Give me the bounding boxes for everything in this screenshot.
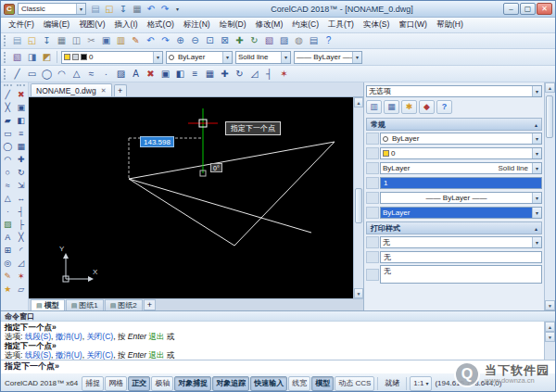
prop-color-combo[interactable]: ByLayer ▾ [380, 133, 542, 145]
scale-tool-icon[interactable]: ⇲ [15, 180, 27, 192]
linetype-combo[interactable]: Solid line ▾ [235, 51, 291, 64]
print-preview-icon[interactable]: ◫ [70, 34, 83, 47]
section-general[interactable]: 常规 ▴ [366, 118, 542, 131]
sheet-tab[interactable]: ▤图纸1 [66, 299, 104, 310]
rectangle-icon[interactable]: ▭ [25, 68, 39, 81]
menu-item[interactable]: 绘制(D) [215, 18, 251, 32]
offset-tool-icon[interactable]: ≡ [15, 128, 27, 140]
break-tool-icon[interactable]: ╳ [15, 232, 27, 244]
status-toggle[interactable]: 模型 [311, 376, 334, 391]
prop-linetype-combo[interactable]: ByLayer Solid line ▾ [380, 162, 542, 174]
status-toggle[interactable]: 对象捕捉 [174, 376, 211, 391]
status-toggle[interactable]: 快速输入 [250, 376, 287, 391]
point-tool-icon[interactable]: ∙ [2, 206, 14, 218]
add-sheet-button[interactable]: + [144, 299, 156, 310]
format-painter-icon[interactable]: ✎ [129, 34, 143, 47]
close-icon[interactable]: ✕ [101, 87, 107, 95]
scale-button[interactable]: 1:1▾ [410, 376, 432, 391]
print-icon[interactable]: ▦ [55, 34, 69, 47]
palette-options-icon[interactable]: ◆ [419, 100, 435, 114]
scrollbar-thumb[interactable] [355, 188, 362, 223]
hatch-icon[interactable]: ▨ [277, 34, 291, 47]
scroll-down-icon[interactable]: ▼ [545, 300, 555, 310]
circle-tool-icon[interactable]: ◯ [2, 141, 14, 153]
mirror-tool-icon[interactable]: ◧ [15, 115, 27, 127]
layer-preview-icon[interactable]: ◩ [40, 51, 54, 64]
print-table-field[interactable]: 无 [380, 251, 542, 263]
menu-item[interactable]: 窗口(W) [394, 18, 432, 32]
rotate-tool-icon[interactable]: ↻ [15, 167, 27, 179]
sheet-tab[interactable]: ▤模型 [31, 299, 65, 310]
print-area-field[interactable]: 无 [380, 265, 542, 284]
arc-tool-icon[interactable]: ◠ [2, 154, 14, 166]
option-close-link[interactable]: 关闭(C) [86, 332, 113, 341]
tab-noname0[interactable]: NONAME_0.dwg ✕ [31, 83, 112, 96]
option-undo-link[interactable]: 撤消(U) [56, 332, 82, 341]
status-toggle[interactable]: 线宽 [288, 376, 310, 391]
chamfer-icon[interactable]: ◿ [247, 68, 261, 81]
spline-icon[interactable]: ≈ [84, 68, 98, 81]
text-icon[interactable]: A [129, 68, 143, 81]
fillet-tool-icon[interactable]: ◜ [15, 245, 27, 257]
spline-tool-icon[interactable]: ≈ [2, 180, 14, 192]
scroll-down-icon[interactable]: ▼ [354, 288, 363, 298]
ellipse-tool-icon[interactable]: ○ [2, 167, 14, 179]
prop-layer-combo[interactable]: 0 ▾ [380, 147, 542, 159]
sketch-tool-icon[interactable]: ✎ [2, 271, 14, 283]
text-tool-icon[interactable]: A [2, 232, 14, 244]
scroll-up-icon[interactable]: ▲ [545, 322, 555, 332]
section-print-style[interactable]: 打印样式 ▴ [366, 221, 542, 234]
array-tool-icon[interactable]: ▦ [15, 141, 27, 153]
scroll-down-icon[interactable]: ▼ [545, 332, 555, 342]
mirror-icon[interactable]: ◧ [173, 68, 187, 81]
hatch-tool-icon[interactable]: ▨ [2, 219, 14, 231]
toolbar-grip[interactable] [4, 52, 6, 63]
toolbar-grip[interactable] [4, 35, 6, 46]
drawing-canvas[interactable]: Y X 指定下一个点 143.598 0° ▲ ▼ [29, 97, 363, 298]
regenerate-icon[interactable]: ↻ [247, 34, 261, 47]
dynamic-input-field[interactable]: 143.598 [140, 136, 174, 147]
zoom-fit-icon[interactable]: ⊠ [218, 34, 232, 47]
stretch-tool-icon[interactable]: ↔ [15, 193, 27, 205]
quick-select-icon[interactable]: ▥ [366, 100, 382, 114]
layers-icon[interactable]: ▧ [262, 34, 276, 47]
table-tool-icon[interactable]: ⊞ [2, 245, 14, 257]
menu-item[interactable]: 文件(F) [4, 18, 39, 32]
help-icon[interactable]: ? [436, 100, 452, 114]
arc-icon[interactable]: ◠ [55, 68, 69, 81]
palette-scrollbar[interactable]: ▲ ▼ [544, 82, 555, 310]
lineweight-combo[interactable]: —— ByLayer —— ▾ [294, 51, 362, 64]
polygon-tool-icon[interactable]: △ [2, 193, 14, 205]
open-file-icon[interactable]: ◱ [25, 34, 39, 47]
extend-tool-icon[interactable]: ├ [15, 219, 27, 231]
menu-item[interactable]: 视图(V) [74, 18, 109, 32]
undo-icon[interactable]: ↶ [145, 3, 158, 16]
copy-tool-icon[interactable]: ▣ [15, 102, 27, 114]
point-icon[interactable]: ∙ [99, 68, 113, 81]
explode-icon[interactable]: ✶ [277, 68, 291, 81]
status-toggle[interactable]: 动态 CCS [335, 376, 374, 391]
line-tool-icon[interactable]: ╱ [2, 89, 14, 101]
copy-tool-icon[interactable]: ▣ [158, 68, 172, 81]
new-file-icon[interactable]: ▤ [10, 34, 24, 47]
layer-combo[interactable]: 0 ▾ [61, 51, 163, 64]
array-icon[interactable]: ▦ [203, 68, 217, 81]
menu-item[interactable]: 约束(C) [287, 18, 323, 32]
open-file-icon[interactable]: ◱ [103, 3, 116, 16]
move-tool-icon[interactable]: ✚ [15, 154, 27, 166]
color-combo[interactable]: ByLayer ▾ [166, 51, 233, 64]
linetype-scale-field[interactable]: 1 [380, 177, 542, 189]
select-matching-icon[interactable]: ▦ [384, 100, 399, 114]
scrollbar-thumb[interactable] [546, 95, 553, 138]
help-icon[interactable]: ? [322, 34, 335, 47]
new-file-icon[interactable]: ▤ [89, 3, 102, 16]
customize-icon[interactable]: ✱ [401, 100, 417, 114]
command-window-header[interactable]: 命令窗口 [1, 311, 555, 322]
selection-filter-combo[interactable]: 无选项 ▾ [366, 85, 542, 97]
option-exit-link[interactable]: 退出 [146, 332, 164, 341]
toolbar-grip[interactable] [17, 84, 25, 88]
status-toggle[interactable]: 网格 [105, 376, 127, 391]
explode-tool-icon[interactable]: ✶ [15, 271, 27, 283]
drawing-entities[interactable] [129, 142, 335, 246]
command-scrollbar[interactable]: ▲ ▼ [544, 322, 555, 360]
